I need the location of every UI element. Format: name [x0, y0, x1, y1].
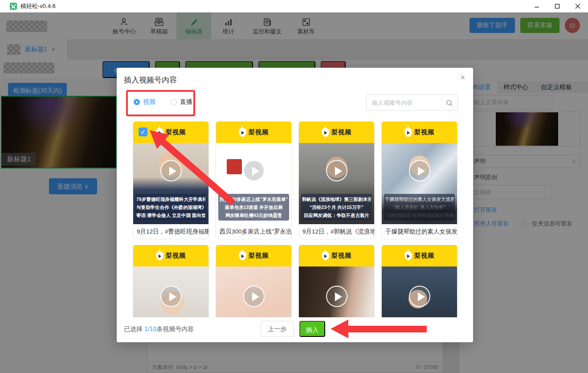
- video-title: 9月12日，#曹德旺现身福耀...: [133, 224, 208, 239]
- card-brand-header: 梨视频: [216, 245, 291, 266]
- pear-video-icon: [156, 251, 163, 260]
- card-brand-header: 梨视频: [382, 245, 457, 266]
- video-caption: 79岁曹德旺现身福耀科大开学典礼 与资助学生合作《外婆的澎湖湾》 寄语:要学会做…: [135, 194, 206, 221]
- video-title: 西贝300多家店上线"罗永浩...: [216, 224, 291, 239]
- modal-title: 插入视频号内容: [124, 75, 177, 85]
- play-icon[interactable]: [160, 286, 182, 307]
- app-window: 稿轻松-v0.4.6 账号中心 草稿箱 编辑器 统计: [0, 0, 588, 373]
- selected-count: 1/10: [144, 325, 156, 332]
- video-caption: 郭帆说《流浪地球》第三部剧本完稿 “历经23个月 共计15万字” 回应网友调侃：…: [301, 194, 372, 221]
- video-search-input[interactable]: [367, 95, 457, 110]
- pear-video-icon: [239, 251, 246, 260]
- modal-close-icon[interactable]: ×: [460, 73, 465, 82]
- minimize-icon[interactable]: [527, 0, 547, 12]
- brand-label: 梨视频: [414, 252, 434, 260]
- video-title: 9月12日，#郭帆说《流浪地...: [299, 224, 374, 239]
- play-icon[interactable]: [409, 160, 430, 181]
- card-brand-header: 梨视频: [382, 122, 457, 143]
- play-icon[interactable]: [326, 286, 347, 307]
- brand-label: 梨视频: [331, 128, 351, 136]
- card-brand-header: 梨视频: [133, 245, 208, 266]
- video-card-8[interactable]: 梨视频: [381, 245, 457, 317]
- video-search-box: [366, 94, 458, 111]
- pear-video-icon: [404, 251, 412, 260]
- video-card-5[interactable]: 梨视频: [133, 245, 209, 317]
- pear-video-icon: [404, 128, 412, 137]
- video-title: 于朦胧帮助过的素人女孩发...: [382, 224, 457, 239]
- pear-video-icon: [239, 128, 246, 137]
- search-icon[interactable]: [446, 99, 453, 107]
- app-icon: [10, 3, 17, 10]
- video-card-4[interactable]: 梨视频 于朦胧帮助过的素人女孩发文追思 "斯人若彩虹 遇上方知有" "当时很狼狈…: [381, 121, 457, 239]
- video-thumbnail: [216, 266, 291, 317]
- annotation-rect-radios: [126, 90, 195, 116]
- insert-button[interactable]: 插入: [299, 321, 325, 337]
- play-icon[interactable]: [243, 160, 265, 181]
- close-window-icon[interactable]: [568, 0, 588, 12]
- video-thumbnail: 于朦胧帮助过的素人女孩发文追思 "斯人若彩虹 遇上方知有" "当时很狼狈 他来帮…: [382, 143, 457, 224]
- annotation-arrow-insert: [331, 319, 427, 339]
- maximize-icon[interactable]: [547, 0, 568, 12]
- play-icon[interactable]: [326, 160, 347, 181]
- video-caption: 于朦胧帮助过的素人女孩发文追思 "斯人若彩虹 遇上方知有" "当时很狼狈 他来帮…: [384, 194, 455, 221]
- video-thumbnail: 西贝300多家店上线"罗永浩菜单" 菜单包含13道菜 并开放后厨 网友晒单吐槽4…: [216, 143, 291, 224]
- selected-count-text: 已选择 1/10条视频号内容: [124, 325, 194, 333]
- video-thumbnail: [299, 266, 374, 317]
- brand-label: 梨视频: [166, 252, 186, 260]
- card-brand-header: 梨视频: [299, 245, 374, 266]
- card-brand-header: 梨视频: [299, 122, 374, 143]
- video-card-2[interactable]: 梨视频 西贝300多家店上线"罗永浩菜单" 菜单包含13道菜 并开放后厨 网友晒…: [216, 121, 292, 239]
- play-icon[interactable]: [243, 286, 265, 307]
- brand-label: 梨视频: [249, 128, 269, 136]
- video-card-7[interactable]: 梨视频: [298, 245, 375, 317]
- brand-label: 梨视频: [331, 252, 351, 260]
- window-title: 稿轻松-v0.4.6: [20, 2, 56, 10]
- brand-label: 梨视频: [414, 128, 434, 136]
- titlebar: 稿轻松-v0.4.6: [0, 0, 588, 12]
- previous-step-button[interactable]: 上一步: [261, 321, 294, 337]
- video-card-3[interactable]: 梨视频 郭帆说《流浪地球》第三部剧本完稿 “历经23个月 共计15万字” 回应网…: [298, 121, 375, 239]
- video-card-6[interactable]: 梨视频: [216, 245, 292, 317]
- pear-video-icon: [322, 251, 329, 260]
- pear-video-icon: [322, 128, 329, 137]
- card-brand-header: 梨视频: [216, 122, 291, 143]
- video-thumbnail: [133, 266, 208, 317]
- video-thumbnail: [382, 266, 457, 317]
- brand-label: 梨视频: [249, 252, 269, 260]
- play-icon[interactable]: [409, 286, 430, 307]
- video-thumbnail: 郭帆说《流浪地球》第三部剧本完稿 “历经23个月 共计15万字” 回应网友调侃：…: [299, 143, 374, 224]
